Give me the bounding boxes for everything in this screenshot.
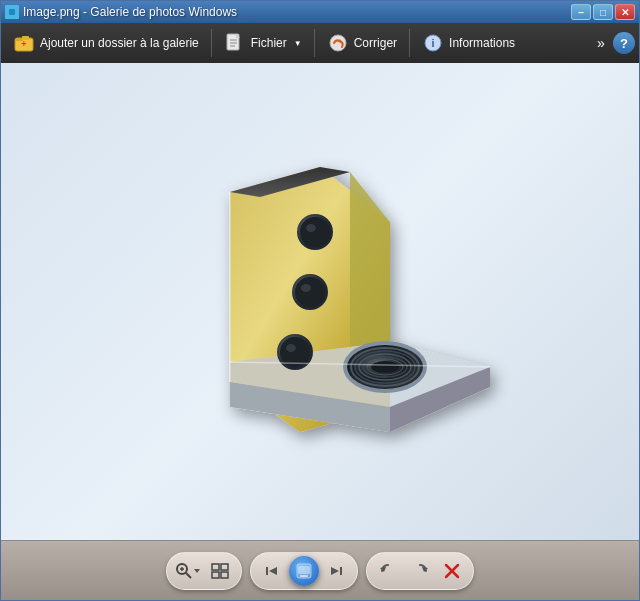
svg-point-9 [330,35,346,51]
zoom-button[interactable] [173,556,203,586]
rotate-right-button[interactable] [405,556,435,586]
corriger-label: Corriger [354,36,397,50]
next-icon [328,563,344,579]
zoom-dropdown-arrow [193,567,201,575]
title-bar-left: Image.png - Galerie de photos Windows [5,5,237,19]
informations-icon: i [422,32,444,54]
svg-rect-55 [340,567,342,575]
toolbar: + Ajouter un dossier à la galerie Fichie… [1,23,639,63]
toolbar-help-button[interactable]: ? [613,32,635,54]
svg-rect-45 [212,564,219,570]
delete-button[interactable] [437,556,467,586]
svg-rect-53 [300,575,308,577]
toolbar-sep-2 [314,29,315,57]
svg-text:i: i [432,37,435,49]
svg-marker-44 [194,569,200,573]
informations-label: Informations [449,36,515,50]
bracket-svg [130,112,510,492]
svg-rect-47 [212,572,219,578]
add-folder-button[interactable]: + Ajouter un dossier à la galerie [5,28,207,58]
nav-bar [1,540,639,600]
rotate-left-icon [379,562,397,580]
minimize-button[interactable]: – [571,4,591,20]
svg-point-23 [306,224,316,232]
nav-group [250,552,358,590]
svg-rect-48 [221,572,228,578]
svg-marker-57 [422,567,428,572]
svg-text:+: + [21,39,26,49]
prev-icon [264,563,280,579]
svg-rect-52 [298,566,310,574]
fit-button[interactable] [205,556,235,586]
slideshow-icon [296,563,312,579]
fichier-icon [224,32,246,54]
svg-point-26 [301,284,311,292]
fichier-button[interactable]: Fichier ▼ [216,28,310,58]
window-icon [5,5,19,19]
svg-marker-54 [331,567,339,575]
svg-line-41 [186,573,191,578]
title-bar-buttons: – □ ✕ [571,4,635,20]
svg-marker-56 [380,567,386,572]
corriger-icon [327,32,349,54]
close-button[interactable]: ✕ [615,4,635,20]
main-window: Image.png - Galerie de photos Windows – … [0,0,640,601]
toolbar-sep-3 [409,29,410,57]
bracket-image [120,102,520,502]
informations-button[interactable]: i Informations [414,28,523,58]
add-folder-label: Ajouter un dossier à la galerie [40,36,199,50]
toolbar-sep-1 [211,29,212,57]
svg-point-22 [300,217,330,247]
action-group [366,552,474,590]
svg-rect-1 [9,9,15,15]
add-folder-icon: + [13,32,35,54]
title-bar: Image.png - Galerie de photos Windows – … [1,1,639,23]
fichier-label: Fichier [251,36,287,50]
svg-point-25 [295,277,325,307]
prev-button[interactable] [257,556,287,586]
zoom-group [166,552,242,590]
next-button[interactable] [321,556,351,586]
svg-marker-50 [269,567,277,575]
svg-point-29 [286,344,296,352]
slideshow-button[interactable] [289,556,319,586]
toolbar-overflow-button[interactable]: » [591,31,611,55]
svg-rect-46 [221,564,228,570]
fit-icon [210,562,230,580]
image-area [1,63,639,540]
rotate-right-icon [411,562,429,580]
svg-rect-49 [266,567,268,575]
svg-point-37 [371,361,399,373]
window-title: Image.png - Galerie de photos Windows [23,5,237,19]
delete-icon [443,562,461,580]
corriger-button[interactable]: Corriger [319,28,405,58]
maximize-button[interactable]: □ [593,4,613,20]
fichier-dropdown-arrow: ▼ [294,39,302,48]
zoom-icon [175,562,193,580]
rotate-left-button[interactable] [373,556,403,586]
